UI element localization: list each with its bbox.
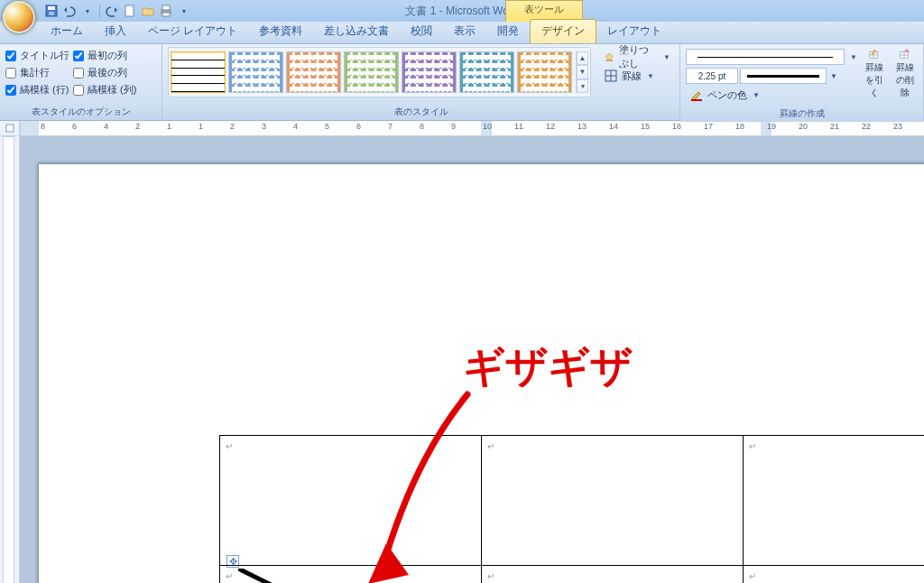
ribbon: タイトル行 集計行 縞模様 (行) 最初の列 最後の列 縞模様 (列) 表スタイ…: [0, 44, 924, 121]
svg-rect-1: [48, 6, 55, 10]
table-style-thumb[interactable]: [402, 51, 457, 93]
qat-more-icon[interactable]: ▼: [79, 3, 96, 19]
borders-icon: [604, 69, 618, 83]
table-style-thumb[interactable]: [459, 51, 514, 93]
gallery-more-icon[interactable]: ▾: [577, 79, 588, 93]
horizontal-ruler[interactable]: 8642112345678910111213141516171819202122…: [20, 121, 924, 135]
office-button[interactable]: [2, 0, 36, 34]
pen-width-value: 2.25 pt: [686, 68, 738, 84]
ruler-tick: 20: [799, 122, 808, 131]
ruler-tick: 1: [167, 122, 171, 131]
tab-design[interactable]: デザイン: [530, 19, 596, 43]
tab-developer[interactable]: 開発: [486, 20, 530, 43]
gallery-up-icon[interactable]: ▲: [577, 51, 588, 65]
draw-table-button[interactable]: 罫線を引く: [861, 47, 888, 101]
svg-rect-2: [49, 12, 54, 15]
ruler-tick: 7: [388, 122, 393, 131]
pen-width-dropdown[interactable]: 2.25 pt ▼: [686, 67, 857, 85]
qat-customize-icon[interactable]: ▼: [176, 3, 192, 19]
table-style-thumb[interactable]: [517, 51, 572, 93]
table-cell[interactable]: ↵: [482, 436, 744, 566]
ruler-tick: 1: [199, 122, 203, 131]
annotation-text: ギザギザ: [463, 343, 633, 390]
line-weight-icon: [740, 68, 827, 84]
ruler-tick: 8: [41, 122, 45, 131]
tab-review[interactable]: 校閲: [400, 20, 443, 43]
paragraph-mark-icon: ↵: [487, 571, 494, 581]
group-title-table-styles: 表のスタイル: [162, 105, 679, 120]
save-icon[interactable]: [43, 3, 60, 19]
gallery-down-icon[interactable]: ▼: [577, 65, 588, 79]
chk-header-row[interactable]: タイトル行: [5, 49, 69, 62]
ruler-tick: 23: [893, 122, 902, 131]
titlebar: ▼ ▼ 文書 1 - Microsoft Word 表ツール: [0, 0, 924, 22]
svg-rect-7: [605, 60, 613, 61]
tab-references[interactable]: 参考資料: [248, 20, 313, 43]
ruler-corner-icon[interactable]: [0, 121, 20, 135]
table-style-thumb[interactable]: [171, 51, 226, 93]
tab-mailings[interactable]: 差し込み文書: [313, 20, 400, 43]
ruler-tick: 2: [230, 122, 235, 131]
table-cell[interactable]: ↵: [482, 566, 744, 584]
ruler-tick: 9: [451, 122, 456, 131]
ruler-tick: 17: [704, 122, 713, 131]
tab-view[interactable]: 表示: [443, 20, 486, 43]
ruler-tick: 2: [135, 122, 140, 131]
ruler-tick: 3: [262, 122, 266, 131]
pen-icon: [689, 88, 704, 102]
ruler-tick: 22: [862, 122, 871, 131]
gallery-scroll: ▲ ▼ ▾: [576, 51, 588, 93]
ruler-tick: 10: [483, 122, 492, 131]
table-cell[interactable]: ↵: [220, 566, 482, 584]
chk-last-col[interactable]: 最後の列: [73, 66, 136, 79]
pencil-table-icon: [863, 49, 886, 60]
page: ✥ ↵ ↵ ↵ ↵ ↵ ↵ ギザギザ: [38, 163, 924, 583]
pen-color-button[interactable]: ペンの色▼: [686, 86, 857, 104]
tab-home[interactable]: ホーム: [40, 20, 94, 43]
table-style-thumb[interactable]: [344, 51, 399, 93]
ruler-tick: 21: [830, 122, 839, 131]
new-doc-icon[interactable]: [122, 3, 138, 19]
shading-button[interactable]: 塗りつぶし▼: [600, 48, 674, 66]
table[interactable]: ↵ ↵ ↵ ↵ ↵ ↵: [219, 435, 924, 583]
quick-access-toolbar: ▼ ▼: [43, 3, 192, 19]
ruler-tick: 12: [546, 122, 555, 131]
chk-banded-cols[interactable]: 縞模様 (列): [73, 83, 136, 97]
paragraph-mark-icon: ↵: [749, 441, 756, 451]
ruler-tick: 19: [767, 122, 776, 131]
open-icon[interactable]: [140, 3, 156, 19]
tab-pagelayout[interactable]: ページ レイアウト: [137, 20, 248, 43]
table-cell[interactable]: ↵: [744, 566, 925, 584]
paragraph-mark-icon: ↵: [226, 441, 233, 451]
undo-icon[interactable]: [61, 3, 78, 19]
tab-layout[interactable]: レイアウト: [596, 20, 672, 43]
eraser-button[interactable]: 罫線の削除: [892, 47, 919, 101]
group-title-style-options: 表スタイルのオプション: [0, 105, 162, 120]
window-title: 文書 1 - Microsoft Word: [405, 4, 518, 19]
pen-style-dropdown[interactable]: ▼: [686, 48, 857, 66]
tab-insert[interactable]: 挿入: [94, 20, 137, 43]
ruler-tick: 5: [325, 122, 329, 131]
vertical-ruler[interactable]: [0, 136, 20, 583]
redo-icon[interactable]: [104, 3, 120, 19]
chk-total-row[interactable]: 集計行: [5, 66, 69, 79]
line-style-icon: [686, 49, 845, 65]
ruler-tick: 8: [420, 122, 424, 131]
ruler-row: 8642112345678910111213141516171819202122…: [0, 121, 924, 136]
chk-banded-rows[interactable]: 縞模様 (行): [5, 83, 69, 97]
chk-first-col[interactable]: 最初の列: [73, 49, 136, 62]
table-style-thumb[interactable]: [228, 51, 283, 93]
svg-rect-5: [162, 5, 170, 10]
table-cell[interactable]: ↵: [744, 436, 925, 566]
document-viewport[interactable]: ✥ ↵ ↵ ↵ ↵ ↵ ↵ ギザギザ: [20, 136, 924, 583]
table-style-gallery[interactable]: ▲ ▼ ▾: [168, 47, 591, 97]
svg-rect-19: [6, 125, 14, 132]
ruler-tick: 16: [672, 122, 681, 131]
borders-button[interactable]: 罫線▼: [600, 67, 674, 85]
group-draw-borders: ▼ 2.25 pt ▼ ペンの色▼ 罫線を引く 罫線の削除 罫線の作成: [680, 44, 924, 120]
table-style-thumb[interactable]: [286, 51, 341, 93]
group-style-options: タイトル行 集計行 縞模様 (行) 最初の列 最後の列 縞模様 (列) 表スタイ…: [0, 44, 162, 120]
print-icon[interactable]: [158, 3, 174, 19]
table-cell[interactable]: ↵: [220, 436, 482, 566]
ruler-tick: 18: [735, 122, 744, 131]
